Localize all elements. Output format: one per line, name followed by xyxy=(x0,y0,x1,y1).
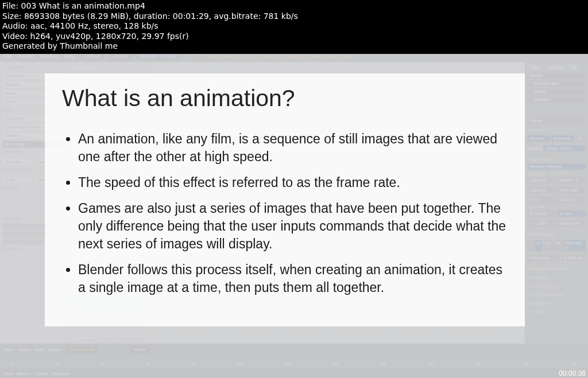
info-generated: Generated by Thumbnail me xyxy=(2,41,586,52)
info-audio: Audio: aac, 44100 Hz, stereo, 128 kb/s xyxy=(2,21,586,32)
info-file: File: 003 What is an animation.mp4 xyxy=(2,1,586,11)
slide-title: What is an animation? xyxy=(62,85,508,112)
slide-bullet-1: An animation, like any film, is a sequen… xyxy=(78,130,508,166)
info-size: Size: 8693308 bytes (8.29 MiB), duration… xyxy=(2,11,586,22)
slide-bullet-4: Blender follows this process itself, whe… xyxy=(78,261,508,297)
thumbnail-info-block: File: 003 What is an animation.mp4 Size:… xyxy=(0,0,588,54)
slide-bullet-2: The speed of this effect is referred to … xyxy=(78,174,508,192)
slide-bullet-list: An animation, like any film, is a sequen… xyxy=(62,130,508,297)
info-video: Video: h264, yuv420p, 1280x720, 29.97 fp… xyxy=(2,32,586,42)
slide-overlay: What is an animation? An animation, like… xyxy=(45,73,525,326)
slide-bullet-3: Games are also just a series of images t… xyxy=(78,200,508,253)
video-frame: File Render Window Help Default Scene Bl… xyxy=(0,50,588,378)
frame-timestamp: 00:00:36 xyxy=(559,369,586,377)
